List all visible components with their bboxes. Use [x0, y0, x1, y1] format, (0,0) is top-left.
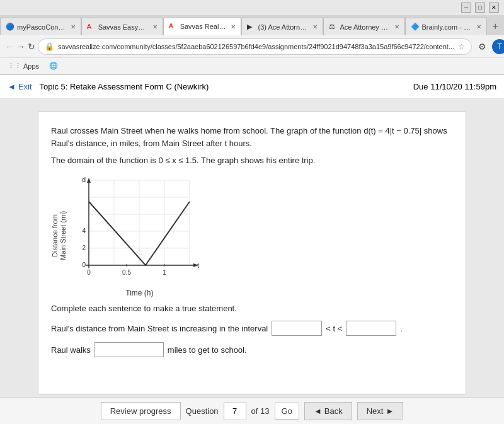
tab-savvas-realize[interactable]: A Savvas Realize ✕	[163, 18, 241, 35]
bookmarks-bar: ⋮⋮ Apps 🌐	[0, 58, 504, 74]
reload-btn[interactable]: ↻	[28, 39, 35, 54]
svg-text:0: 0	[88, 269, 91, 276]
question-label: Question	[186, 406, 219, 416]
tab-favicon-brainly: 🔷	[411, 23, 420, 32]
bookmark-apps[interactable]: ⋮⋮ Apps	[5, 60, 42, 71]
bottom-bar: Review progress Question of 13 Go ◄ Back…	[0, 398, 504, 424]
svg-text:2: 2	[83, 244, 86, 251]
minimize-btn[interactable]: ─	[461, 3, 471, 13]
graph-container: Distance fromMain Street (mi)	[51, 174, 453, 297]
globe-icon: 🌐	[49, 62, 58, 70]
app-title: Topic 5: Retake Assessment Form C (Newki…	[40, 82, 209, 91]
tab-mypasco[interactable]: 🔵 myPascoConn... ✕	[0, 18, 81, 35]
interval-start-input[interactable]	[272, 321, 322, 336]
app-header: ◄ Exit Topic 5: Retake Assessment Form C…	[0, 75, 504, 99]
svg-text:t: t	[197, 261, 199, 269]
x-axis-title: Time (h)	[70, 289, 209, 297]
close-btn[interactable]: ✕	[489, 3, 499, 13]
question-number-input[interactable]	[224, 403, 246, 420]
interval-end-input[interactable]	[346, 321, 396, 336]
tab-ace-attorney-1[interactable]: ▶ (3) Ace Attorney... ✕	[241, 18, 323, 35]
sentence2-after: miles to get to school.	[168, 345, 247, 355]
extensions-btn[interactable]: ⚙	[474, 39, 490, 54]
star-icon[interactable]: ☆	[458, 42, 465, 51]
tab-close-ace1[interactable]: ✕	[312, 23, 318, 30]
next-button[interactable]: Next ►	[357, 402, 404, 420]
tab-favicon-ace1: ▶	[247, 23, 256, 32]
back-arrow-icon: ◄	[314, 406, 322, 416]
question-card: Raul crosses Main Street when he walks h…	[38, 112, 466, 395]
svg-text:0.5: 0.5	[122, 269, 131, 276]
back-arrow-icon: ◄	[8, 82, 16, 91]
tab-close-mypasco[interactable]: ✕	[71, 23, 76, 30]
main-area: Raul crosses Main Street when he walks h…	[0, 99, 504, 408]
address-bar[interactable]: 🔒 savvasrealize.com/community/classes/5f…	[38, 38, 472, 55]
due-date: Due 11/10/20 11:59pm	[413, 82, 496, 91]
back-nav-btn[interactable]: ←	[5, 39, 14, 54]
maximize-btn[interactable]: □	[475, 3, 485, 13]
back-button[interactable]: ◄ Back	[304, 402, 352, 420]
tab-brainly[interactable]: 🔷 Brainly.com - Fo... ✕	[405, 18, 487, 35]
graph-area: d t 0 2 4 0 0.5 1	[70, 174, 209, 297]
question-paragraph: Raul crosses Main Street when he walks h…	[51, 125, 453, 149]
sentence1-before: Raul's distance from Main Street is incr…	[51, 324, 268, 333]
exit-button[interactable]: ◄ Exit	[8, 82, 32, 91]
profile-btn[interactable]: T	[492, 39, 504, 54]
tab-savvas-easy[interactable]: A Savvas EasyBrid... ✕	[81, 18, 163, 35]
svg-text:4: 4	[83, 227, 86, 234]
tab-close-savvas-easy[interactable]: ✕	[152, 23, 158, 30]
sentence-prompt: Complete each sentence to make a true st…	[51, 304, 453, 313]
address-text: savvasrealize.com/community/classes/5f2a…	[58, 43, 454, 50]
tabs-bar: 🔵 myPascoConn... ✕ A Savvas EasyBrid... …	[0, 15, 504, 35]
of-label: of 13	[251, 406, 270, 416]
tab-favicon-savvas-easy: A	[87, 23, 96, 32]
go-button[interactable]: Go	[275, 403, 299, 420]
tab-label-ace2: Ace Attorney Obj...	[340, 23, 391, 31]
graph-svg: d t 0 2 4 0 0.5 1	[70, 174, 209, 287]
lock-icon: 🔒	[45, 42, 54, 51]
sentence-2: Raul walks miles to get to school.	[51, 342, 453, 357]
new-tab-button[interactable]: +	[487, 18, 504, 35]
sentence1-between: < t <	[326, 324, 342, 333]
title-bar: ─ □ ✕	[0, 0, 504, 15]
tab-label-mypasco: myPascoConn...	[17, 23, 67, 31]
forward-nav-btn[interactable]: →	[16, 39, 25, 54]
tab-favicon-savvas-realize: A	[169, 22, 178, 31]
tab-label-brainly: Brainly.com - Fo...	[422, 23, 472, 31]
tab-label-savvas-realize: Savvas Realize	[180, 23, 227, 30]
tab-favicon-mypasco: 🔵	[6, 23, 14, 32]
nav-bar: ← → ↻ 🔒 savvasrealize.com/community/clas…	[0, 35, 504, 58]
svg-text:d: d	[82, 176, 86, 183]
y-axis-label: Distance fromMain Street (mi)	[51, 174, 67, 297]
tab-label-savvas-easy: Savvas EasyBrid...	[98, 23, 149, 31]
review-progress-button[interactable]: Review progress	[101, 402, 181, 420]
svg-text:0: 0	[83, 261, 86, 268]
tab-favicon-ace2: ⚖	[329, 23, 338, 32]
tab-label-ace1: (3) Ace Attorney...	[258, 23, 309, 31]
tab-close-ace2[interactable]: ✕	[394, 23, 399, 30]
sentence-1: Raul's distance from Main Street is incr…	[51, 321, 453, 336]
sentence2-before: Raul walks	[51, 345, 91, 355]
tab-close-savvas-realize[interactable]: ✕	[231, 23, 236, 30]
svg-text:1: 1	[163, 269, 167, 276]
tab-ace-attorney-2[interactable]: ⚖ Ace Attorney Obj... ✕	[323, 18, 405, 35]
bookmark-globe[interactable]: 🌐	[47, 60, 60, 71]
miles-input[interactable]	[94, 342, 164, 357]
sentence1-after: .	[400, 324, 403, 333]
next-arrow-icon: ►	[386, 406, 394, 416]
apps-icon: ⋮⋮	[8, 62, 21, 70]
question-domain-text: The domain of the function is 0 ≤ x ≤ 1.…	[51, 156, 453, 165]
tab-close-brainly[interactable]: ✕	[476, 23, 481, 30]
